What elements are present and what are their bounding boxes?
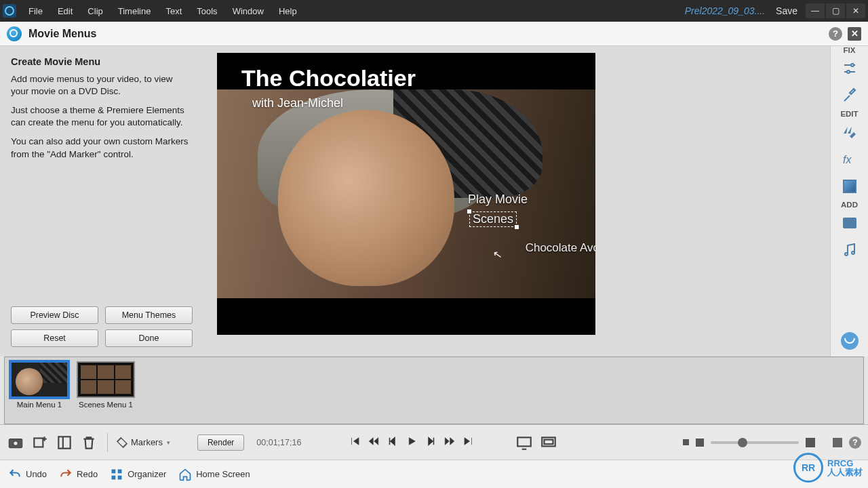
menu-thumb-strip: Main Menu 1 Scenes Menu 1 (4, 357, 864, 424)
svg-point-7 (852, 251, 854, 254)
goto-start-icon[interactable] (349, 435, 361, 450)
svg-point-0 (851, 64, 854, 66)
svg-rect-12 (518, 437, 532, 446)
svg-text:fx: fx (843, 154, 852, 165)
safe-margins-icon[interactable] (540, 434, 557, 451)
menu-item-scenes[interactable]: Scenes (469, 211, 517, 227)
app-logo-icon (3, 4, 16, 18)
home-screen-button[interactable]: Home Screen (178, 468, 250, 481)
timecode: 00;01;17;16 (256, 438, 301, 447)
preview-wrap: The Chocolatier with Jean-Michel Play Mo… (203, 46, 830, 357)
zoom-in-icon[interactable] (806, 438, 815, 447)
bookmark-icon (117, 436, 127, 447)
timeline-toolbar: Markers ▾ Render 00;01;17;16 ? (0, 424, 868, 460)
svg-rect-18 (118, 475, 122, 479)
fit-icon[interactable] (833, 438, 842, 447)
svg-rect-15 (112, 469, 116, 473)
add-media-icon[interactable] (31, 434, 49, 451)
svg-rect-16 (118, 469, 122, 473)
project-name: Prel2022_09_03.... (685, 5, 765, 16)
snapshot-icon[interactable] (7, 434, 24, 451)
close-button[interactable]: ✕ (846, 3, 865, 18)
left-paragraph-1: Add movie menus to your video, to view y… (11, 73, 193, 98)
menu-item-extra[interactable]: Chocolate Avo (526, 241, 595, 255)
rewind-icon[interactable] (368, 435, 380, 450)
toolbar-help-icon[interactable]: ? (849, 436, 861, 449)
thumb-caption: Scenes Menu 1 (79, 401, 133, 409)
menu-edit[interactable]: Edit (51, 3, 79, 19)
markers-dropdown[interactable]: Markers ▾ (117, 437, 170, 447)
thumb-scenes-menu[interactable]: Scenes Menu 1 (77, 361, 135, 409)
step-forward-icon[interactable] (425, 435, 437, 450)
step-back-icon[interactable] (387, 435, 399, 450)
left-pane: Create Movie Menu Add movie menus to you… (0, 46, 203, 357)
menu-timeline[interactable]: Timeline (111, 3, 158, 19)
zoom-out-small-icon[interactable] (683, 439, 689, 445)
menu-bar: File Edit Clip Timeline Text Tools Windo… (22, 3, 304, 19)
movie-menus-icon (7, 26, 22, 41)
svg-rect-17 (112, 475, 116, 479)
music-icon[interactable] (840, 241, 860, 259)
menu-help[interactable]: Help (272, 3, 304, 19)
fx-brush-icon[interactable] (840, 123, 860, 141)
organizer-button[interactable]: Organizer (110, 468, 166, 481)
reset-button[interactable]: Reset (11, 329, 98, 347)
svg-text:T: T (847, 219, 852, 228)
rail-label-add: ADD (841, 201, 858, 209)
menu-preview[interactable]: The Chocolatier with Jean-Michel Play Mo… (217, 53, 595, 335)
menu-item-play[interactable]: Play Movie (468, 192, 528, 207)
left-paragraph-2: Just choose a theme & Premiere Elements … (11, 104, 193, 129)
undo-button[interactable]: Undo (8, 468, 47, 481)
adjust-sliders-icon[interactable] (840, 60, 860, 77)
left-heading: Create Movie Menu (11, 56, 193, 69)
panel-help-icon[interactable]: ? (829, 27, 842, 41)
zoom-mid-icon[interactable] (696, 439, 704, 447)
preview-disc-button[interactable]: Preview Disc (11, 306, 98, 324)
svg-point-1 (847, 70, 850, 73)
thumb-caption: Main Menu 1 (17, 401, 62, 409)
done-button[interactable]: Done (105, 329, 193, 347)
menu-tools[interactable]: Tools (190, 3, 224, 19)
right-rail: FIX EDIT fx ADD T (830, 46, 868, 357)
menu-window[interactable]: Window (226, 3, 271, 19)
watermark-text: RRCG 人人素材 (827, 459, 863, 476)
maximize-button[interactable]: ▢ (826, 3, 845, 18)
thumb-main-menu[interactable]: Main Menu 1 (10, 361, 68, 409)
color-icon[interactable] (840, 178, 860, 195)
fx-icon[interactable]: fx (840, 150, 860, 168)
properties-icon[interactable] (56, 434, 73, 451)
titles-icon[interactable]: T (840, 214, 860, 232)
zoom-cluster: ? (683, 436, 861, 449)
svg-point-6 (845, 253, 848, 256)
play-icon[interactable] (406, 435, 418, 450)
svg-point-9 (14, 441, 18, 445)
goto-end-icon[interactable] (462, 435, 475, 450)
watermark-ring-icon: RR (793, 453, 823, 483)
watermark-logo: RR RRCG 人人素材 (793, 453, 863, 483)
window-controls: — ▢ ✕ (804, 3, 865, 18)
fast-forward-icon[interactable] (443, 435, 456, 450)
redo-button[interactable]: Redo (59, 468, 98, 481)
menu-clip[interactable]: Clip (81, 3, 109, 19)
panel-close-icon[interactable]: ✕ (848, 27, 861, 41)
menu-file[interactable]: File (22, 3, 50, 19)
feedback-smile-icon[interactable] (841, 332, 859, 350)
fullscreen-icon[interactable] (515, 434, 533, 451)
save-button[interactable]: Save (776, 5, 797, 16)
zoom-slider[interactable] (711, 441, 799, 444)
menu-subtitle-text[interactable]: with Jean-Michel (252, 96, 343, 110)
svg-rect-3 (844, 180, 856, 192)
svg-rect-14 (545, 439, 553, 444)
menu-themes-button[interactable]: Menu Themes (105, 306, 193, 324)
titlebar: File Edit Clip Timeline Text Tools Windo… (0, 0, 868, 22)
panel-title: Movie Menus (28, 28, 96, 40)
left-paragraph-3: You can also add your own custom Markers… (11, 136, 193, 160)
svg-rect-11 (58, 436, 70, 448)
transport-controls (349, 435, 475, 450)
render-button[interactable]: Render (197, 434, 244, 451)
minimize-button[interactable]: — (806, 3, 825, 18)
menu-title-text[interactable]: The Chocolatier (241, 66, 416, 91)
tools-icon[interactable] (840, 87, 860, 104)
menu-text[interactable]: Text (159, 3, 189, 19)
trash-icon[interactable] (80, 434, 98, 451)
